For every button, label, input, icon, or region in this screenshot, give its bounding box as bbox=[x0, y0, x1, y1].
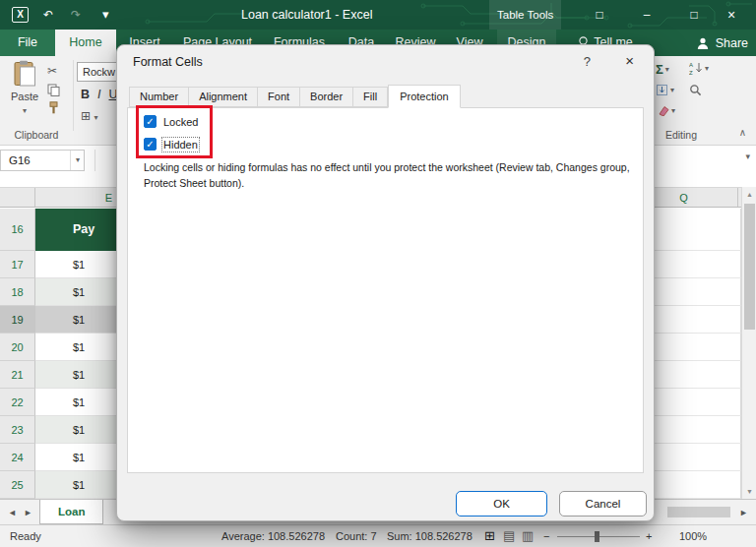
minimize-icon[interactable]: – bbox=[634, 0, 660, 30]
redo-icon[interactable]: ↷ bbox=[71, 0, 81, 30]
horizontal-scrollbar-thumb[interactable] bbox=[667, 507, 730, 517]
fill-icon bbox=[656, 84, 668, 96]
dialog-tab-border[interactable]: Border bbox=[300, 87, 353, 107]
zoom-in-icon[interactable]: + bbox=[646, 525, 652, 547]
check-icon: ✓ bbox=[146, 139, 154, 150]
format-painter-icon[interactable] bbox=[47, 101, 60, 114]
dialog-title: Format Cells bbox=[133, 55, 203, 69]
page-break-view-icon[interactable]: ▥ bbox=[522, 525, 534, 547]
zoom-level[interactable]: 100% bbox=[679, 525, 707, 547]
ok-button[interactable]: OK bbox=[456, 491, 547, 517]
row-header-22[interactable]: 22 bbox=[0, 389, 35, 416]
locked-checkbox[interactable]: ✓ bbox=[144, 115, 157, 128]
zoom-slider-thumb[interactable] bbox=[595, 531, 599, 542]
fill-button[interactable]: ▾ bbox=[656, 84, 674, 96]
borders-dropdown-icon[interactable]: ▾ bbox=[94, 113, 97, 122]
dialog-close-icon[interactable]: × bbox=[625, 52, 634, 69]
sort-dropdown-icon[interactable]: ▾ bbox=[705, 64, 709, 73]
formula-bar-expand-icon[interactable]: ▾ bbox=[745, 152, 750, 161]
sheet-nav-right-icon[interactable]: ► bbox=[24, 500, 32, 525]
autosum-button[interactable]: Σ ▾ bbox=[656, 62, 669, 77]
row-header-24[interactable]: 24 bbox=[0, 444, 35, 471]
tab-file[interactable]: File bbox=[0, 30, 55, 56]
status-bar: Ready Average: 108.526278 Count: 7 Sum: … bbox=[0, 524, 756, 547]
name-box-value: G16 bbox=[9, 154, 31, 166]
table-tools-context-label: Table Tools bbox=[489, 0, 561, 30]
autosum-dropdown-icon[interactable]: ▾ bbox=[665, 65, 669, 74]
clear-button[interactable]: ▾ bbox=[656, 105, 675, 116]
sigma-icon: Σ bbox=[656, 62, 663, 77]
paste-label: Paste bbox=[6, 91, 43, 102]
excel-app-icon[interactable]: X bbox=[12, 7, 29, 23]
scroll-down-icon[interactable]: ▼ bbox=[742, 484, 756, 499]
editing-group-label: Editing bbox=[652, 129, 711, 141]
font-style-buttons: BIU bbox=[81, 88, 119, 101]
hidden-checkbox-row[interactable]: ✓ Hidden bbox=[144, 138, 198, 151]
row-header-21[interactable]: 21 bbox=[0, 361, 35, 389]
clipboard-icon bbox=[14, 60, 36, 87]
cut-icon[interactable]: ✂ bbox=[47, 64, 57, 78]
format-cells-dialog: Format Cells ? × Number Alignment Font B… bbox=[116, 44, 655, 521]
copy-icon[interactable] bbox=[47, 84, 60, 96]
svg-text:Z: Z bbox=[689, 70, 693, 76]
cancel-button[interactable]: Cancel bbox=[559, 491, 647, 517]
paste-dropdown-icon[interactable]: ▾ bbox=[23, 106, 27, 115]
title-bar: X ↶ ↷ ▾ Loan calculator1 - Excel Table T… bbox=[0, 0, 756, 30]
hidden-label: Hidden bbox=[163, 139, 198, 151]
sheet-tab-loan[interactable]: Loan bbox=[39, 500, 103, 524]
row-header-17[interactable]: 17 bbox=[0, 251, 35, 278]
share-button[interactable]: Share bbox=[696, 30, 748, 56]
tab-home[interactable]: Home bbox=[55, 30, 116, 56]
share-label: Share bbox=[716, 36, 748, 50]
window-close-icon[interactable]: × bbox=[719, 0, 744, 30]
ribbon-display-options-icon[interactable]: □ bbox=[587, 0, 612, 30]
dialog-help-icon[interactable]: ? bbox=[584, 54, 591, 69]
borders-icon: ⊞ bbox=[81, 109, 91, 123]
maximize-icon[interactable]: □ bbox=[681, 0, 707, 30]
ribbon-group-separator bbox=[73, 60, 74, 131]
bold-button[interactable]: B bbox=[81, 88, 91, 101]
status-count: Count: 7 bbox=[336, 525, 377, 547]
row-header-20[interactable]: 20 bbox=[0, 334, 35, 361]
scrollbar-thumb[interactable] bbox=[744, 204, 755, 330]
find-select-button[interactable] bbox=[689, 84, 702, 96]
sort-filter-icon: AZ bbox=[689, 61, 703, 76]
row-header-18[interactable]: 18 bbox=[0, 278, 35, 306]
vertical-scrollbar[interactable]: ▲ ▼ bbox=[741, 187, 756, 499]
row-header-23[interactable]: 23 bbox=[0, 416, 35, 444]
status-average: Average: 108.526278 bbox=[221, 525, 325, 547]
paste-button[interactable]: Paste ▾ bbox=[6, 60, 43, 125]
page-layout-view-icon[interactable]: ▤ bbox=[503, 525, 515, 547]
window-title: Loan calculator1 - Excel bbox=[241, 0, 372, 30]
sheet-nav-left-icon[interactable]: ◄ bbox=[8, 500, 17, 525]
quick-access-toolbar-dropdown-icon[interactable]: ▾ bbox=[102, 0, 109, 30]
fill-dropdown-icon[interactable]: ▾ bbox=[670, 86, 674, 94]
zoom-out-icon[interactable]: − bbox=[543, 525, 549, 547]
normal-view-icon[interactable]: ⊞ bbox=[484, 525, 495, 547]
locked-checkbox-row[interactable]: ✓ Locked bbox=[144, 115, 198, 128]
dialog-tab-font[interactable]: Font bbox=[258, 87, 300, 107]
collapse-ribbon-icon[interactable]: ∧ bbox=[739, 127, 746, 138]
borders-button[interactable]: ⊞ ▾ bbox=[81, 109, 97, 123]
name-box-dropdown-icon[interactable]: ▾ bbox=[70, 151, 80, 170]
excel-window: X ↶ ↷ ▾ Loan calculator1 - Excel Table T… bbox=[0, 0, 756, 547]
hidden-checkbox[interactable]: ✓ bbox=[144, 138, 157, 151]
dialog-tab-fill[interactable]: Fill bbox=[353, 87, 388, 107]
dialog-tab-number[interactable]: Number bbox=[129, 87, 189, 107]
check-icon: ✓ bbox=[146, 116, 154, 127]
row-header-25[interactable]: 25 bbox=[0, 471, 35, 499]
person-icon bbox=[696, 36, 710, 50]
protection-tab-panel: ✓ Locked ✓ Hidden Locking cells or hidin… bbox=[127, 107, 644, 473]
sort-filter-button[interactable]: AZ ▾ bbox=[689, 61, 709, 76]
horizontal-scroll-right-icon[interactable]: ► bbox=[739, 500, 748, 525]
row-header-16[interactable]: 16 bbox=[0, 209, 35, 251]
row-header-19[interactable]: 19 bbox=[0, 306, 35, 334]
clear-dropdown-icon[interactable]: ▾ bbox=[671, 106, 675, 115]
undo-icon[interactable]: ↶ bbox=[43, 0, 53, 30]
italic-button[interactable]: I bbox=[97, 88, 101, 101]
dialog-tab-alignment[interactable]: Alignment bbox=[189, 87, 258, 107]
name-box[interactable]: G16 ▾ bbox=[0, 150, 85, 171]
scroll-up-icon[interactable]: ▲ bbox=[742, 187, 756, 202]
dialog-tab-protection[interactable]: Protection bbox=[388, 85, 461, 108]
select-all-corner[interactable] bbox=[0, 188, 35, 207]
